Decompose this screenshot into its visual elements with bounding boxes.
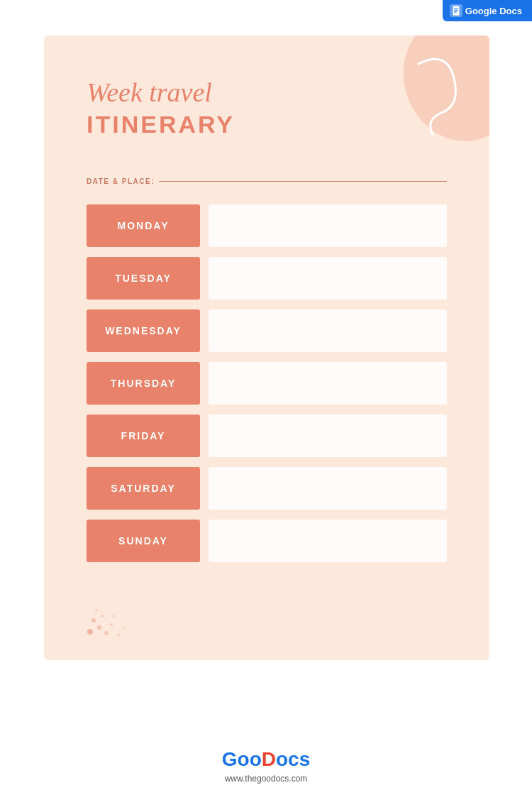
schedule-grid: MONDAYTUESDAYWEDNESDAYTHURSDAYFRIDAYSATU… <box>87 204 447 562</box>
dots-decoration <box>87 596 143 639</box>
date-place-label: DATE & PLACE: <box>87 177 155 185</box>
day-label-wednesday: WEDNESDAY <box>87 309 200 352</box>
svg-point-11 <box>101 615 104 618</box>
schedule-row-saturday: SATURDAY <box>87 467 447 510</box>
day-content-wednesday[interactable] <box>209 309 447 352</box>
day-content-friday[interactable] <box>209 415 447 457</box>
footer: GooDocs www.thegoodocs.com <box>0 748 532 784</box>
svg-point-6 <box>87 629 93 635</box>
day-content-thursday[interactable] <box>209 362 447 405</box>
itinerary-title: ITINERARY <box>87 111 235 138</box>
svg-point-13 <box>122 627 125 630</box>
badge-label: Google Docs <box>465 6 522 16</box>
schedule-row-tuesday: TUESDAY <box>87 257 447 300</box>
logo-ocs: ocs <box>276 748 310 771</box>
blob-decoration <box>362 35 489 170</box>
day-content-monday[interactable] <box>209 204 447 247</box>
goodocs-logo: GooDocs <box>222 748 310 771</box>
google-docs-icon <box>450 4 462 17</box>
goodocs-url: www.thegoodocs.com <box>225 774 308 784</box>
google-docs-badge: Google Docs <box>443 0 532 21</box>
date-place-line <box>159 181 447 182</box>
day-content-tuesday[interactable] <box>209 257 447 300</box>
schedule-row-wednesday: WEDNESDAY <box>87 309 447 352</box>
document-card: Week travel ITINERARY DATE & PLACE: MOND… <box>44 35 489 660</box>
week-travel-title: Week travel <box>87 78 235 108</box>
svg-point-8 <box>92 618 96 622</box>
svg-point-12 <box>117 634 120 637</box>
day-content-sunday[interactable] <box>209 520 447 562</box>
svg-point-5 <box>386 35 489 158</box>
header: Week travel ITINERARY <box>87 78 235 138</box>
schedule-row-sunday: SUNDAY <box>87 520 447 562</box>
svg-point-7 <box>97 625 101 630</box>
svg-rect-4 <box>454 12 457 13</box>
day-label-saturday: SATURDAY <box>87 467 200 510</box>
day-label-tuesday: TUESDAY <box>87 257 200 300</box>
date-place-row: DATE & PLACE: <box>87 177 447 185</box>
day-label-thursday: THURSDAY <box>87 362 200 405</box>
svg-point-15 <box>95 609 98 612</box>
schedule-row-thursday: THURSDAY <box>87 362 447 405</box>
svg-rect-2 <box>454 9 458 9</box>
svg-point-9 <box>104 631 109 635</box>
svg-point-14 <box>112 615 115 618</box>
schedule-row-friday: FRIDAY <box>87 415 447 457</box>
day-label-friday: FRIDAY <box>87 415 200 457</box>
day-label-sunday: SUNDAY <box>87 520 200 562</box>
schedule-row-monday: MONDAY <box>87 204 447 247</box>
logo-d: D <box>262 748 276 771</box>
svg-rect-3 <box>454 10 458 11</box>
day-label-monday: MONDAY <box>87 204 200 247</box>
svg-point-10 <box>110 623 113 626</box>
day-content-saturday[interactable] <box>209 467 447 510</box>
logo-goo: Goo <box>222 748 262 771</box>
